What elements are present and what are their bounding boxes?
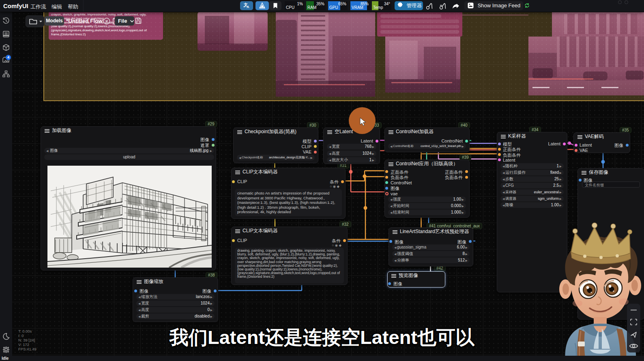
svg-text:A: A [247, 5, 249, 9]
